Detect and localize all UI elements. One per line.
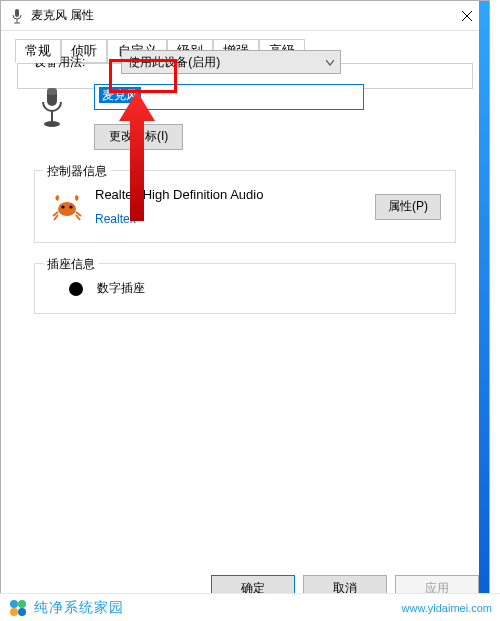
realtek-crab-icon [49,189,85,225]
change-icon-button[interactable]: 更改图标(I) [94,124,183,150]
tab-general[interactable]: 常规 [15,39,61,63]
controller-info-group: 控制器信息 Realtek High Definition Audio Real… [34,170,456,243]
tab-panel-general: 麦克风 更改图标(I) 控制器信息 Realtek High Definitio… [17,63,473,89]
jack-label: 数字插座 [97,280,145,297]
chevron-down-icon [326,55,334,69]
svg-point-19 [10,608,18,616]
dialog-body: 常规 侦听 自定义 级别 增强 高级 麦克风 更改图标(I) [1,31,489,609]
jack-color-dot [69,282,83,296]
titlebar: 麦克风 属性 [1,1,489,31]
tabstrip: 常规 侦听 自定义 级别 增强 高级 麦克风 更改图标(I) [9,39,481,67]
device-large-icon [34,84,70,130]
svg-point-11 [69,205,72,208]
right-window-edge [479,1,489,611]
device-name-value: 麦克风 [99,87,141,103]
window-title: 麦克风 属性 [31,7,444,24]
svg-point-18 [18,600,26,608]
svg-point-10 [61,205,64,208]
properties-dialog: 麦克风 属性 常规 侦听 自定义 级别 增强 高级 麦克风 [0,0,490,610]
controller-vendor-link[interactable]: Realtek [95,212,136,226]
svg-rect-6 [47,88,57,95]
footer-brand-text: 纯净系统家园 [34,599,124,617]
device-name-row: 麦克风 更改图标(I) [34,84,456,150]
device-usage-value: 使用此设备(启用) [128,54,220,71]
device-usage-row: 设备用法: 使用此设备(启用) [34,50,341,74]
controller-properties-button[interactable]: 属性(P) [375,194,441,220]
device-name-input[interactable]: 麦克风 [94,84,364,110]
microphone-icon [9,8,25,24]
jack-info-group: 插座信息 数字插座 [34,263,456,314]
svg-point-17 [10,600,18,608]
svg-point-20 [18,608,26,616]
watermark-footer: 纯净系统家园 www.yidaimei.com [0,593,500,621]
svg-point-8 [44,121,60,127]
svg-rect-0 [15,9,19,17]
footer-logo-icon [8,598,28,618]
device-usage-select[interactable]: 使用此设备(启用) [121,50,341,74]
svg-point-9 [58,202,76,216]
jack-group-title: 插座信息 [43,256,99,273]
footer-url-text: www.yidaimei.com [402,602,492,614]
controller-group-title: 控制器信息 [43,163,111,180]
controller-device-name: Realtek High Definition Audio [95,187,365,202]
device-name-column: 麦克风 更改图标(I) [94,84,456,150]
